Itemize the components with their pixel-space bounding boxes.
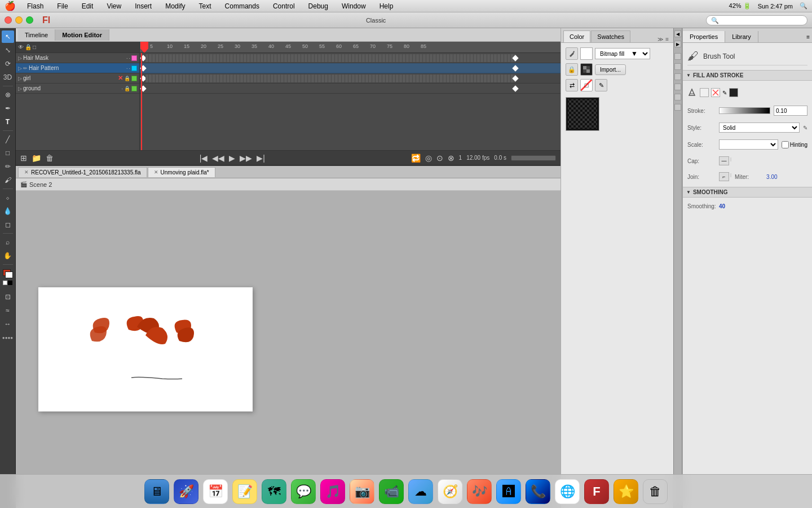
style-select[interactable]: Solid Dashed Dotted [719,122,800,133]
frame-row-hair-pattern[interactable] [140,63,561,73]
straighten-tool[interactable]: ↔ [2,318,14,330]
smooth-tool[interactable]: ≈ [2,304,14,317]
smoothing-section-header[interactable]: ▼ SMOOTHING [683,187,812,198]
apple-menu[interactable]: 🍎 [5,1,16,11]
layer-lock-icon[interactable]: · [129,55,130,61]
layer-row-hair-pattern[interactable]: ▷ ✏ Hair Pattern · · [16,63,139,73]
menu-debug[interactable]: Debug [306,1,330,11]
layer-row-hair-mask[interactable]: ▷ Hair Mask · · [16,53,139,63]
dock-safari[interactable]: 🧭 [438,479,462,504]
step-fwd-btn[interactable]: ▶▶ [240,154,252,163]
pencil-tool[interactable]: ✏ [2,160,14,173]
panel-indicator-5[interactable] [674,94,681,100]
swap-colors-btn[interactable]: ⇄ [566,79,578,91]
menu-text[interactable]: Text [197,1,214,11]
tab-library[interactable]: Library [725,31,758,42]
maximize-button[interactable] [26,16,33,24]
timeline-scrollbar[interactable] [511,155,556,161]
dock-trash[interactable]: 🗑 [643,479,668,504]
dock-maps[interactable]: 🗺 [262,479,286,504]
layer-lock-hp[interactable]: · [129,65,130,71]
dock-appstore[interactable]: 🅰 [496,479,521,504]
dock-music[interactable]: 🎶 [467,479,492,504]
3d-tool[interactable]: 3D [2,71,14,84]
visibility-col-icon[interactable]: 👁 [18,44,24,50]
layer-lock-girl[interactable]: 🔒 [124,76,130,81]
menu-flash[interactable]: Flash [25,1,46,11]
frames-area[interactable]: 5 10 15 20 25 30 35 40 45 50 55 60 65 70 [140,42,561,150]
black-swatch[interactable] [8,281,12,285]
pen-tool[interactable]: ✒ [2,102,14,115]
stroke-gradient[interactable] [719,107,770,114]
dock-launchpad[interactable]: 🚀 [174,479,198,504]
search-input[interactable] [706,15,807,25]
dock-skype[interactable]: 📞 [526,479,550,504]
zoom-tool[interactable]: ⌕ [2,236,14,248]
delete-layer-btn[interactable]: 🗑 [46,154,54,163]
doc-tab-close-recover[interactable]: ✕ [24,169,29,175]
play-btn[interactable]: ▶ [229,154,235,163]
add-folder-btn[interactable]: 📁 [32,154,41,163]
doc-tab-unmoving[interactable]: ✕ Unmoving plaid.fla* [148,167,215,177]
minimize-button[interactable] [15,16,23,24]
line-tool[interactable]: ╱ [2,133,14,146]
onion-outlines-btn[interactable]: ⊙ [436,154,443,163]
fill-type-select[interactable]: Bitmap fill Solid color Linear gradient … [595,48,650,59]
fill-color-preview[interactable] [729,88,738,97]
tab-swatches[interactable]: Swatches [591,30,630,42]
rect-tool[interactable]: □ [2,147,14,159]
stroke-color-preview[interactable] [700,88,709,97]
dock-facetime[interactable]: 📹 [379,479,404,504]
dock-itunes[interactable]: 🎵 [320,479,345,504]
dock-flash[interactable]: F [584,479,609,504]
canvas-area[interactable] [16,191,561,508]
lock-alpha-btn[interactable]: 🔒 [566,63,578,76]
panel-indicator-1[interactable] [674,53,681,60]
color-panel-expand[interactable]: ≫ [657,36,663,42]
stage[interactable] [38,287,253,411]
dock-chrome[interactable]: 🌐 [555,479,580,504]
fill-dropdown-arrow[interactable]: ▼ [631,50,638,58]
layer-visible-hp[interactable]: · [126,65,128,71]
menu-modify[interactable]: Modify [163,1,187,11]
frame-row-girl[interactable] [140,73,561,84]
layer-lock-ground[interactable]: 🔒 [124,86,130,91]
no-color-btn[interactable]: □ [580,79,593,91]
go-end-btn[interactable]: ▶| [257,154,265,163]
join-miter-btn[interactable]: ⌐ [719,172,729,181]
cap-none-btn[interactable]: — [719,156,729,165]
dock-finder[interactable]: 🖥 [144,479,169,504]
tab-properties[interactable]: Properties [683,31,725,42]
tab-motion-editor[interactable]: Motion Editor [55,29,109,41]
scale-select[interactable]: Normal Horizontal Vertical [719,139,778,150]
fill-stroke-section-header[interactable]: ▼ FILL AND STROKE [683,70,812,81]
white-swatch[interactable] [3,281,7,285]
menu-edit[interactable]: Edit [80,1,96,11]
panel-indicator-6[interactable] [674,104,681,111]
text-tool[interactable]: T [2,116,14,128]
stroke-color-swatch[interactable] [5,271,13,278]
search-icon[interactable]: 🔍 [800,2,807,10]
panel-indicator-3[interactable] [674,73,681,80]
close-button[interactable] [5,16,12,24]
tab-color[interactable]: Color [563,30,590,42]
color-panel-menu[interactable]: ≡ [665,36,669,42]
menu-help[interactable]: Help [377,1,396,11]
loop-btn[interactable]: 🔁 [411,154,421,163]
layer-row-girl[interactable]: ▷ girl ✕ 🔒 [16,73,139,84]
menu-insert[interactable]: Insert [133,1,154,11]
panel-collapse-btn-1[interactable]: ◀ [674,30,681,37]
dock-messages[interactable]: 💬 [291,479,316,504]
eyedrop-stroke-btn[interactable] [566,47,578,60]
no-fill-btn[interactable] [711,88,720,97]
fill-edit-icon[interactable]: ✎ [722,90,727,96]
tab-timeline[interactable]: Timeline [18,29,55,41]
panel-indicator-2[interactable] [674,63,681,70]
frame-row-ground[interactable] [140,84,561,94]
props-panel-menu[interactable]: ≡ [804,32,812,42]
stroke-value-input[interactable] [774,106,807,116]
brush-tool[interactable]: 🖌 [2,174,14,186]
doc-tab-recover[interactable]: ✕ RECOVER_Untitled-1_20150618213335.fla [18,167,147,177]
paint-bucket-tool[interactable]: ⬦ [2,191,14,204]
import-btn[interactable]: Import... [595,64,626,75]
